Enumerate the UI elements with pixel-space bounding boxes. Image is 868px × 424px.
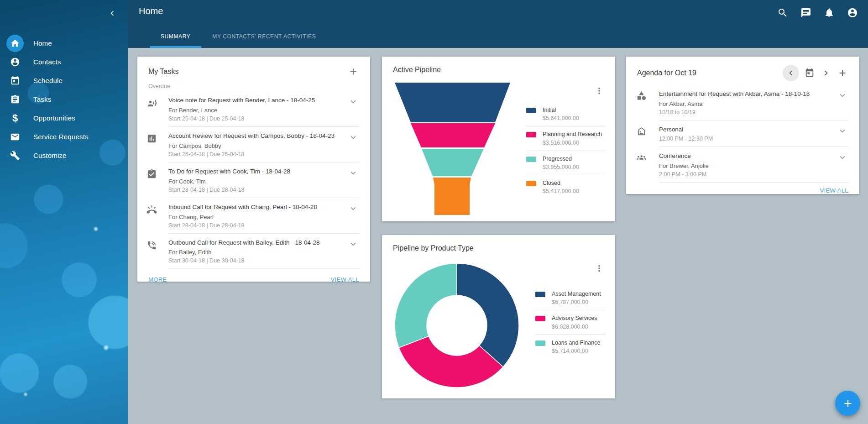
task-row[interactable]: Voice note for Request with Bender, Lanc… [137,91,370,127]
inbound-call-icon [146,204,157,234]
tab[interactable]: MY CONTACTS' RECENT ACTIVITIES [201,27,327,48]
personal-icon [636,126,647,147]
chevron-down-icon[interactable] [348,204,359,229]
task-title: Inbound Call for Request with Chang, Pea… [168,204,344,211]
legend-value: $3,516,000.00 [543,140,602,146]
search-icon[interactable] [777,7,789,19]
sidebar-item[interactable]: Home [0,34,128,52]
todo-icon [146,169,157,198]
donut-slice[interactable] [457,263,519,367]
sidebar-item[interactable]: Contacts [0,52,128,71]
task-dates: Start 25-04-18 | Due 25-04-18 [168,115,344,122]
plus-icon [348,67,358,77]
legend-row[interactable]: Asset Management $6,787,000.00 [535,286,606,310]
sidebar-item-label: Customize [33,152,67,159]
conference-icon [636,152,647,183]
sidebar-item[interactable]: Tasks [0,90,128,109]
legend-label: Loans and Finance [552,339,600,346]
task-dates: Start 26-04-18 | Due 26-04-18 [168,151,344,157]
sidebar-item[interactable]: Customize [0,146,128,165]
active-pipeline-card: Active Pipeline Initial $5,641,000.00 Pl… [382,57,615,221]
outbound-call-icon [146,240,157,269]
more-button[interactable]: MORE [148,276,167,283]
task-title: Voice note for Request with Bender, Lanc… [168,97,344,105]
task-title: Account Review for Request with Campos, … [168,132,344,140]
agenda-item-title: Entertainment for Request with Akbar, As… [659,90,833,98]
agenda-prev-button[interactable] [783,65,799,81]
legend-swatch [526,181,536,186]
create-fab-button[interactable] [835,391,860,416]
agenda-next-button[interactable] [820,67,832,79]
chevron-down-icon[interactable] [348,239,359,264]
legend-value: $6,028,000.00 [552,324,597,330]
chevron-down-icon[interactable] [348,97,359,122]
tasks-group-label: Overdue [137,80,370,91]
agenda-item-time: 12:00 PM - 12:30 PM [659,136,833,142]
legend-row[interactable]: Planning and Research $3,516,000.00 [526,126,606,150]
sidebar-item[interactable]: Service Requests [0,127,128,146]
sidebar-collapse-button[interactable] [106,7,119,20]
sidebar-item-label: Schedule [33,77,63,84]
legend-row[interactable]: Initial $5,641,000.00 [526,102,606,126]
task-for: For Cook, Tim [168,178,344,185]
task-row[interactable]: To Do for Request with Cook, Tim - 18-04… [137,162,370,198]
task-dates: Start 28-04-18 | Due 28-04-18 [168,187,344,193]
voice-note-icon [146,98,157,127]
agenda-calendar-button[interactable] [804,67,816,79]
legend-row[interactable]: Progressed $3,955,000.00 [526,151,606,175]
page-title: Home [139,6,163,16]
chevron-right-icon [821,68,831,78]
add-task-button[interactable] [347,66,359,78]
account-review-icon [146,133,157,162]
agenda-item-title: Conference [659,152,833,160]
sidebar-item-label: Contacts [33,58,61,66]
legend-row[interactable]: Closed $5,417,000.00 [526,175,606,199]
agenda-row[interactable]: Conference For Brewer, Anjolie 2:00 PM -… [626,147,859,183]
account-icon[interactable] [847,7,859,19]
legend-swatch [526,108,536,113]
donut-slice[interactable] [395,263,457,348]
legend-label: Asset Management [552,290,601,298]
donut-legend: Asset Management $6,787,000.00 Advisory … [535,286,606,359]
tasks-view-all-button[interactable]: VIEW ALL [331,276,359,283]
task-for: For Bailey, Edith [168,249,344,256]
legend-label: Closed [543,179,579,187]
agenda-view-all-button[interactable]: VIEW ALL [820,187,848,194]
agenda-add-button[interactable] [837,67,848,79]
legend-swatch [526,157,536,162]
sidebar-item-label: Service Requests [33,133,89,141]
chevron-down-icon[interactable] [837,152,848,178]
notifications-icon[interactable] [824,7,836,19]
chevron-down-icon[interactable] [837,126,848,142]
pipeline-product-type-card: Pipeline by Product Type Asset Managemen… [382,235,615,398]
task-row[interactable]: Account Review for Request with Campos, … [137,127,370,162]
plus-icon [842,398,854,409]
task-for: For Campos, Bobby [168,142,344,149]
sidebar-item[interactable]: $ Opportunities [0,109,128,127]
task-row[interactable]: Inbound Call for Request with Chang, Pea… [137,198,370,234]
sidebar-item-label: Tasks [33,95,51,103]
legend-label: Progressed [543,155,579,162]
sidebar-item[interactable]: Schedule [0,71,128,90]
chevron-down-icon[interactable] [837,90,848,115]
agenda-card: Agenda for Oct 19 Entertainment for Requ… [626,57,859,194]
task-dates: Start 30-04-18 | Due 30-04-18 [168,257,344,264]
agenda-item-time: 2:00 PM - 3:00 PM [659,171,833,178]
agenda-row[interactable]: Personal 12:00 PM - 12:30 PM [626,120,859,147]
legend-value: $5,641,000.00 [543,115,579,121]
topbar-actions [777,7,859,19]
sidebar-nav: Home Contacts Schedule Tasks $ Opportuni… [0,34,128,165]
chevron-down-icon[interactable] [348,168,359,193]
task-row[interactable]: Outbound Call for Request with Bailey, E… [137,234,370,269]
sidebar-item-label: Home [33,39,52,47]
agenda-row[interactable]: Entertainment for Request with Akbar, As… [626,85,859,120]
legend-value: $5,417,000.00 [543,188,579,194]
agenda-title: Agenda for Oct 19 [637,69,696,77]
chevron-down-icon[interactable] [348,132,359,157]
chat-icon[interactable] [800,7,812,19]
legend-value: $6,787,000.00 [552,299,601,305]
legend-row[interactable]: Advisory Services $6,028,000.00 [535,310,606,334]
tab[interactable]: SUMMARY [150,27,201,48]
sidebar-item-label: Opportunities [33,114,75,122]
legend-row[interactable]: Loans and Finance $5,714,000.00 [535,335,606,359]
